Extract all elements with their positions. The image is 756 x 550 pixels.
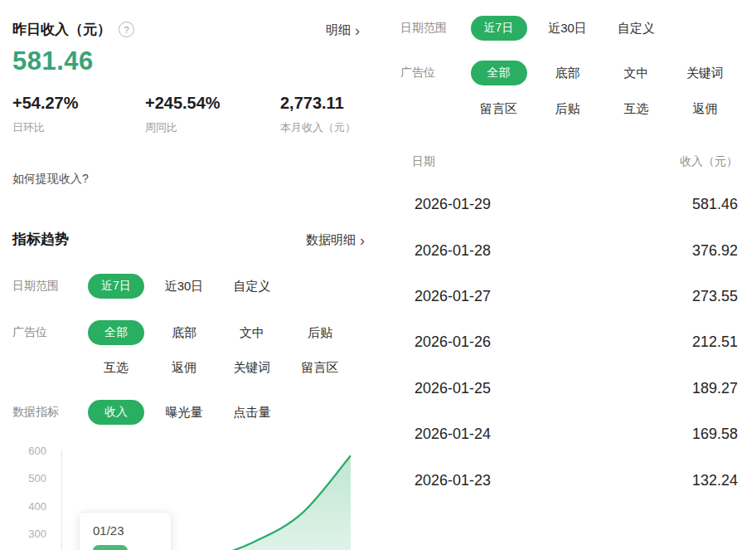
table-row: 2026-01-23 132.24 (381, 457, 756, 503)
option-post-roll[interactable]: 后贴 (555, 101, 580, 117)
trend-title: 指标趋势 (12, 230, 69, 249)
filter-ad-position-row2: 互选 返佣 关键词 留言区 (0, 355, 354, 380)
row-income: 212.51 (692, 333, 738, 351)
option-in-text[interactable]: 文中 (240, 325, 264, 341)
table-header: 日期 收入（元） (381, 154, 756, 169)
filter-label: 广告位 (400, 66, 464, 80)
filter-ad-position-row2: 留言区 后贴 互选 返佣 (381, 96, 739, 121)
stat-label: 日环比 (12, 120, 145, 135)
table-row: 2026-01-28 376.92 (381, 227, 756, 273)
option-custom[interactable]: 自定义 (618, 21, 655, 37)
tooltip-series-badge (93, 545, 128, 550)
option-all[interactable]: 全部 (88, 320, 144, 345)
stat-value: 2,773.11 (280, 94, 356, 113)
stat-label: 周同比 (145, 120, 280, 135)
col-date: 日期 (412, 154, 435, 169)
option-last30days[interactable]: 近30日 (548, 21, 587, 37)
row-date: 2026-01-27 (414, 288, 491, 305)
table-row: 2026-01-25 189.27 (381, 366, 756, 411)
option-bottom[interactable]: 底部 (172, 325, 196, 341)
option-mutual[interactable]: 互选 (624, 101, 649, 117)
yesterday-amount: 581.46 (12, 46, 94, 76)
row-income: 132.24 (692, 472, 738, 489)
option-last30days[interactable]: 近30日 (165, 279, 204, 294)
stat-day-over-day: +54.27% 日环比 (12, 94, 145, 135)
option-in-text[interactable]: 文中 (624, 66, 649, 81)
filter-label: 数据指标 (12, 405, 82, 420)
yesterday-income-title: 昨日收入（元） ? (12, 20, 134, 39)
filter-label: 日期范围 (400, 21, 464, 36)
help-icon[interactable]: ? (119, 22, 134, 37)
filter-ad-position: 广告位 全部 底部 文中 关键词 (381, 61, 739, 85)
option-comment-area[interactable]: 留言区 (480, 101, 517, 117)
option-impressions[interactable]: 曝光量 (166, 405, 203, 421)
row-income: 189.27 (692, 380, 738, 397)
data-detail-link-label: 数据明细 (306, 232, 356, 248)
option-keyword[interactable]: 关键词 (234, 360, 271, 376)
panel-left: 昨日收入（元） ? 明细 › 581.46 +54.27% 日环比 +245.5… (0, 0, 365, 550)
withdraw-help-link[interactable]: 如何提现收入? (12, 172, 89, 187)
option-last7days[interactable]: 近7日 (88, 274, 144, 299)
yesterday-income-title-text: 昨日收入（元） (12, 20, 111, 39)
tooltip-date: 01/23 (93, 523, 171, 538)
panel-right: 日期范围 近7日 近30日 自定义 广告位 全部 底部 文中 关键词 留言区 后… (381, 0, 756, 550)
y-tick: 400 (18, 500, 46, 513)
table-row: 2026-01-29 581.46 (381, 182, 756, 227)
option-comment-area[interactable]: 留言区 (302, 360, 339, 376)
table-row: 2026-01-26 212.51 (381, 319, 756, 365)
row-date: 2026-01-26 (414, 333, 491, 351)
stat-month-income: 2,773.11 本月收入（元） (280, 94, 356, 135)
option-custom[interactable]: 自定义 (234, 279, 271, 294)
option-bottom[interactable]: 底部 (555, 66, 580, 81)
row-date: 2026-01-25 (414, 380, 491, 397)
option-rebate[interactable]: 返佣 (172, 360, 196, 376)
option-rebate[interactable]: 返佣 (693, 101, 718, 117)
option-post-roll[interactable]: 后贴 (308, 325, 332, 341)
option-income[interactable]: 收入 (88, 400, 144, 425)
table-row: 2026-01-27 273.55 (381, 274, 756, 319)
col-income: 收入（元） (680, 154, 738, 169)
filter-date-range: 日期范围 近7日 近30日 自定义 (0, 274, 286, 299)
row-income: 581.46 (692, 196, 738, 213)
option-clicks[interactable]: 点击量 (234, 405, 271, 421)
ad-revenue-dashboard: 昨日收入（元） ? 明细 › 581.46 +54.27% 日环比 +245.5… (0, 0, 756, 550)
option-all[interactable]: 全部 (471, 61, 527, 85)
stats-row: +54.27% 日环比 +245.54% 周同比 2,773.11 本月收入（元… (12, 94, 356, 135)
detail-link-label: 明细 (326, 22, 351, 38)
filter-ad-position: 广告位 全部 底部 文中 后贴 (0, 320, 354, 345)
filter-label: 日期范围 (12, 279, 82, 294)
row-date: 2026-01-28 (414, 242, 491, 260)
trend-title-text: 指标趋势 (12, 230, 69, 249)
option-keyword[interactable]: 关键词 (686, 66, 724, 81)
row-date: 2026-01-29 (414, 196, 491, 213)
detail-link[interactable]: 明细 › (326, 22, 360, 38)
row-date: 2026-01-23 (414, 472, 491, 489)
trend-chart[interactable]: 600 500 400 300 01/23 (0, 444, 365, 550)
stat-week-over-week: +245.54% 周同比 (145, 94, 280, 135)
stat-label: 本月收入（元） (280, 120, 356, 135)
filter-date-range: 日期范围 近7日 近30日 自定义 (381, 16, 671, 41)
row-income: 169.58 (692, 426, 738, 443)
y-tick: 500 (18, 472, 46, 485)
chevron-right-icon: › (355, 25, 360, 37)
option-mutual[interactable]: 互选 (104, 360, 128, 376)
row-income: 376.92 (692, 242, 738, 260)
stat-value: +54.27% (12, 94, 145, 113)
table-row: 2026-01-24 169.58 (381, 411, 756, 457)
filter-data-metric: 数据指标 收入 曝光量 点击量 (0, 400, 286, 425)
option-last7days[interactable]: 近7日 (471, 16, 527, 41)
y-tick: 300 (18, 528, 46, 541)
income-table: 2026-01-29 581.46 2026-01-28 376.92 2026… (381, 182, 756, 504)
row-income: 273.55 (692, 288, 738, 305)
row-date: 2026-01-24 (414, 426, 491, 443)
y-tick: 600 (18, 445, 46, 458)
stat-value: +245.54% (145, 94, 280, 113)
chart-tooltip: 01/23 (79, 512, 172, 550)
filter-label: 广告位 (12, 325, 82, 340)
chevron-right-icon: › (360, 235, 365, 246)
data-detail-link[interactable]: 数据明细 › (306, 232, 365, 248)
